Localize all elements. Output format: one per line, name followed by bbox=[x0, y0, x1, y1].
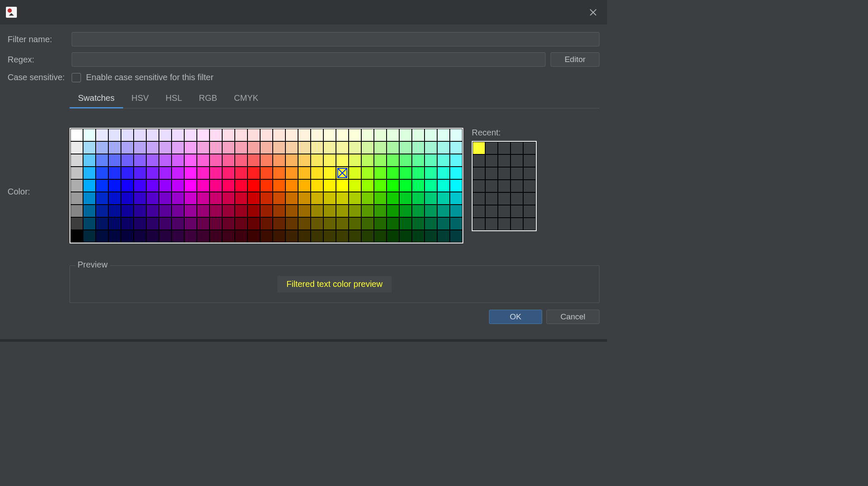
swatch[interactable] bbox=[184, 129, 197, 141]
swatch[interactable] bbox=[235, 179, 247, 192]
recent-swatch[interactable] bbox=[473, 218, 485, 230]
swatch[interactable] bbox=[450, 167, 462, 179]
swatch[interactable] bbox=[235, 129, 247, 141]
swatch[interactable] bbox=[83, 217, 96, 230]
swatch[interactable] bbox=[349, 167, 361, 179]
swatch[interactable] bbox=[121, 154, 134, 167]
swatch[interactable] bbox=[361, 129, 374, 141]
swatch[interactable] bbox=[260, 154, 273, 167]
swatch[interactable] bbox=[159, 192, 172, 205]
swatch[interactable] bbox=[450, 192, 462, 205]
recent-swatch[interactable] bbox=[473, 180, 485, 192]
swatch[interactable] bbox=[374, 129, 387, 141]
swatch[interactable] bbox=[108, 217, 121, 230]
swatch[interactable] bbox=[260, 192, 273, 205]
swatch[interactable] bbox=[197, 141, 210, 154]
swatch[interactable] bbox=[336, 179, 349, 192]
swatch[interactable] bbox=[184, 167, 197, 179]
swatch[interactable] bbox=[450, 217, 462, 230]
swatch[interactable] bbox=[361, 205, 374, 217]
swatch[interactable] bbox=[83, 141, 96, 154]
swatch[interactable] bbox=[222, 205, 235, 217]
swatch[interactable] bbox=[134, 192, 146, 205]
swatch[interactable] bbox=[311, 154, 323, 167]
swatch[interactable] bbox=[70, 129, 83, 141]
swatch[interactable] bbox=[323, 205, 336, 217]
swatch[interactable] bbox=[374, 179, 387, 192]
swatch[interactable] bbox=[349, 217, 361, 230]
swatch[interactable] bbox=[235, 141, 247, 154]
swatch[interactable] bbox=[285, 179, 298, 192]
swatch[interactable] bbox=[260, 141, 273, 154]
swatch[interactable] bbox=[222, 179, 235, 192]
swatch[interactable] bbox=[197, 217, 210, 230]
swatch[interactable] bbox=[374, 141, 387, 154]
swatch[interactable] bbox=[399, 141, 412, 154]
recent-swatch[interactable] bbox=[511, 205, 523, 218]
swatch[interactable] bbox=[399, 167, 412, 179]
swatch[interactable] bbox=[222, 217, 235, 230]
swatch[interactable] bbox=[210, 154, 222, 167]
tab-hsl[interactable]: HSL bbox=[157, 88, 191, 108]
swatch[interactable] bbox=[437, 167, 450, 179]
swatch[interactable] bbox=[134, 205, 146, 217]
swatch[interactable] bbox=[121, 167, 134, 179]
swatch[interactable] bbox=[108, 154, 121, 167]
swatch[interactable] bbox=[323, 154, 336, 167]
swatch[interactable] bbox=[336, 141, 349, 154]
swatch[interactable] bbox=[197, 230, 210, 243]
swatch[interactable] bbox=[437, 230, 450, 243]
swatch[interactable] bbox=[247, 129, 260, 141]
swatch[interactable] bbox=[298, 230, 311, 243]
swatch[interactable] bbox=[108, 230, 121, 243]
swatch[interactable] bbox=[425, 205, 437, 217]
recent-swatch[interactable] bbox=[511, 154, 523, 167]
swatch[interactable] bbox=[374, 154, 387, 167]
recent-swatch[interactable] bbox=[485, 192, 498, 205]
swatch[interactable] bbox=[285, 230, 298, 243]
swatch[interactable] bbox=[121, 179, 134, 192]
recent-swatch[interactable] bbox=[523, 180, 536, 192]
swatch[interactable] bbox=[70, 154, 83, 167]
swatch[interactable] bbox=[336, 192, 349, 205]
swatch[interactable] bbox=[70, 167, 83, 179]
recent-swatch[interactable] bbox=[485, 142, 498, 154]
swatch[interactable] bbox=[450, 154, 462, 167]
swatch[interactable] bbox=[172, 205, 184, 217]
swatch[interactable] bbox=[311, 129, 323, 141]
swatch[interactable] bbox=[134, 154, 146, 167]
swatch[interactable] bbox=[96, 141, 108, 154]
swatch[interactable] bbox=[374, 192, 387, 205]
swatch[interactable] bbox=[399, 192, 412, 205]
case-sensitive-checkbox[interactable] bbox=[72, 73, 81, 82]
swatch[interactable] bbox=[399, 217, 412, 230]
swatch[interactable] bbox=[83, 179, 96, 192]
cancel-button[interactable]: Cancel bbox=[546, 310, 599, 324]
recent-swatch[interactable] bbox=[498, 142, 511, 154]
recent-swatch[interactable] bbox=[511, 167, 523, 180]
swatch[interactable] bbox=[387, 154, 399, 167]
swatch[interactable] bbox=[412, 129, 425, 141]
filter-name-input[interactable] bbox=[72, 32, 599, 46]
swatch[interactable] bbox=[235, 167, 247, 179]
swatch[interactable] bbox=[159, 141, 172, 154]
recent-swatch[interactable] bbox=[523, 142, 536, 154]
swatch[interactable] bbox=[197, 129, 210, 141]
swatch[interactable] bbox=[412, 154, 425, 167]
swatch[interactable] bbox=[184, 205, 197, 217]
swatch[interactable] bbox=[260, 167, 273, 179]
swatch[interactable] bbox=[399, 179, 412, 192]
recent-swatch[interactable] bbox=[498, 205, 511, 218]
recent-swatch[interactable] bbox=[498, 154, 511, 167]
swatch[interactable] bbox=[361, 230, 374, 243]
recent-swatch[interactable] bbox=[511, 142, 523, 154]
recent-swatch[interactable] bbox=[523, 167, 536, 180]
swatch[interactable] bbox=[83, 167, 96, 179]
swatch[interactable] bbox=[134, 141, 146, 154]
swatch[interactable] bbox=[70, 141, 83, 154]
swatch[interactable] bbox=[425, 230, 437, 243]
swatch[interactable] bbox=[387, 217, 399, 230]
swatch[interactable] bbox=[437, 154, 450, 167]
swatch[interactable] bbox=[412, 217, 425, 230]
swatch[interactable] bbox=[172, 154, 184, 167]
